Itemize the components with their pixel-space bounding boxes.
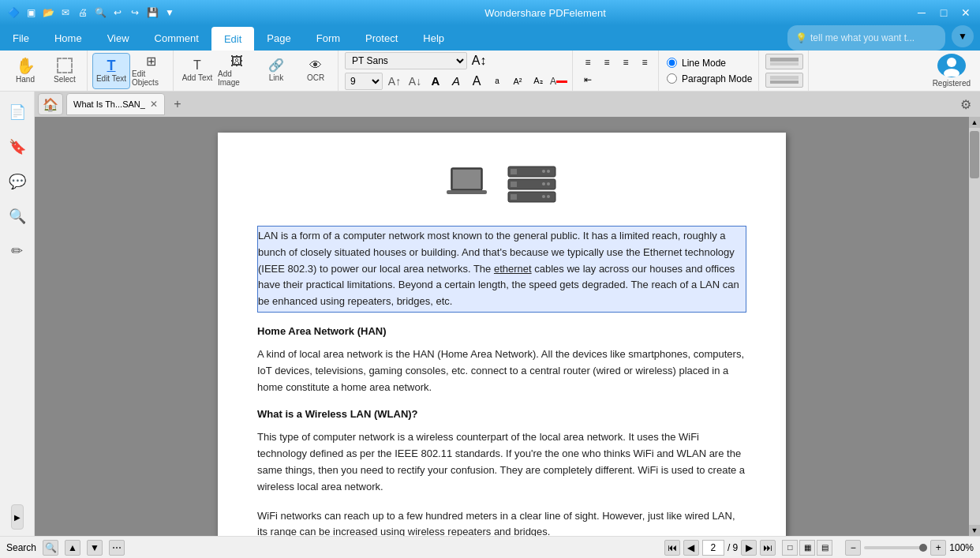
next-result-button[interactable]: ▼ [87,540,103,556]
maximize-button[interactable]: □ [936,5,952,21]
menu-icon-1[interactable]: ▣ [24,6,38,20]
sidebar-thumbnail-icon[interactable]: 📄 [3,98,32,126]
heading-3: What is a Wireless LAN (WLAN)? [257,408,746,420]
hand-tool-button[interactable]: ✋ Hand [6,53,44,89]
align-left-button[interactable]: ≡ [579,55,597,69]
prev-page-button[interactable]: ◀ [683,540,699,556]
select-tool-button[interactable]: Select [46,53,84,89]
email-icon[interactable]: ✉ [58,6,73,20]
paragraph-mode-row: Paragraph Mode [667,73,752,84]
bold-char-button[interactable]: A [427,73,444,90]
add-text-tool-button[interactable]: T Add Text [178,53,216,89]
link-tool-button[interactable]: 🔗 Link [257,53,295,89]
redo-icon[interactable]: ↪ [128,6,142,20]
add-tab-button[interactable]: + [168,95,187,114]
menu-help[interactable]: Help [410,25,457,51]
select-icon [57,58,73,73]
first-page-button[interactable]: ⏮ [664,540,680,556]
paragraph-2: A kind of local area network is the HAN … [257,346,746,395]
menu-home[interactable]: Home [42,25,95,51]
single-page-view-button[interactable]: □ [782,540,798,556]
zoom-slider[interactable] [864,546,927,549]
tab-close-button[interactable]: ✕ [150,99,158,110]
zoom-in-button[interactable]: + [930,540,946,556]
last-page-button[interactable]: ⏭ [760,540,776,556]
edit-text-tool-button[interactable]: T Edit Text [92,53,130,89]
more-search-button[interactable]: ⋯ [109,540,125,556]
align-row-bottom: ⇤ [579,73,653,87]
zoom-out-button[interactable]: − [845,540,861,556]
open-icon[interactable]: 📂 [41,6,55,20]
scroll-view-button[interactable]: ▤ [817,540,832,556]
menu-comment[interactable]: Comment [142,25,211,51]
subscript-button[interactable]: A₂ [529,73,547,90]
document-scroll[interactable]: LAN is a form of a computer network most… [35,117,969,536]
doc-scroll-container: LAN is a form of a computer network most… [35,117,980,536]
decrease-size-button[interactable]: A↓ [406,73,424,90]
superscript-button[interactable]: A² [509,73,526,90]
font-size-select[interactable]: 9 10 12 14 [345,73,383,90]
search-icon[interactable]: 🔍 [93,6,107,20]
indent-button[interactable]: ⇤ [579,73,597,87]
align-justify-button[interactable]: ≡ [636,55,653,69]
line-mode-label: Line Mode [682,58,726,69]
scroll-thumb[interactable] [970,131,979,178]
paragraph-1: LAN is a form of a computer network most… [257,226,746,313]
menu-view[interactable]: View [95,25,142,51]
menu-edit[interactable]: Edit [211,27,254,51]
save-icon[interactable]: 💾 [145,6,159,20]
search-status-button[interactable]: 🔍 [43,540,58,556]
sidebar-expand-button[interactable]: ▶ [11,504,24,530]
svg-rect-18 [511,194,517,200]
large-a-button[interactable]: A [468,73,485,90]
app-title: Wondershare PDFelement [177,7,914,19]
undo-icon[interactable]: ↩ [110,6,125,20]
sidebar-edit-icon[interactable]: ✏ [3,237,32,265]
tab-settings-button[interactable]: ⚙ [955,93,977,115]
document-page: LAN is a form of a computer network most… [218,133,786,536]
user-area: Registered [926,51,977,91]
svg-point-15 [542,182,545,185]
help-circle-icon[interactable]: ▼ [952,25,974,47]
sidebar-comment-icon[interactable]: 💬 [3,167,32,196]
minimize-button[interactable]: ─ [914,5,930,21]
edit-objects-tool-button[interactable]: ⊞ Edit Objects [132,53,170,89]
close-button[interactable]: ✕ [958,5,974,21]
menu-protect[interactable]: Protect [353,25,410,51]
edit-text-icon: T [107,58,116,73]
font-family-select[interactable]: PT Sans Arial Times New Roman [345,52,467,69]
align-right-button[interactable]: ≡ [617,55,634,69]
more-icon[interactable]: ▼ [163,6,177,20]
scroll-down-button[interactable]: ▼ [969,525,980,536]
document-tab[interactable]: What Is Th...SAN_ ✕ [66,93,165,115]
layout-bottom-button[interactable] [765,73,803,88]
text-direction-button[interactable]: A↕ [470,52,488,69]
add-image-tool-button[interactable]: 🖼 Add Image [218,53,256,89]
edit-objects-icon: ⊞ [146,55,156,68]
ocr-tool-button[interactable]: 👁 OCR [297,53,335,89]
double-page-view-button[interactable]: ▦ [799,540,815,556]
align-center-button[interactable]: ≡ [598,55,615,69]
home-tab-button[interactable]: 🏠 [38,93,63,115]
sidebar-search-icon[interactable]: 🔍 [3,202,32,230]
search-bar[interactable]: 💡 tell me what you want t... [787,25,945,51]
font-controls: PT Sans Arial Times New Roman A↕ 9 10 12… [340,51,573,91]
italic-char-button[interactable]: A [447,73,465,90]
print-icon[interactable]: 🖨 [76,6,90,20]
scroll-up-button[interactable]: ▲ [969,117,980,128]
menu-page[interactable]: Page [254,25,303,51]
menu-file[interactable]: File [0,25,42,51]
next-page-button[interactable]: ▶ [741,540,757,556]
zoom-percent-label: 100% [949,542,974,553]
paragraph-mode-radio[interactable] [667,73,677,84]
color-button[interactable]: A [550,73,567,90]
current-page-number[interactable]: 2 [702,540,724,556]
small-a-button[interactable]: a [488,73,506,90]
line-mode-radio[interactable] [667,58,677,68]
layout-top-button[interactable] [765,54,803,69]
increase-size-button[interactable]: A↑ [386,73,403,90]
status-bar: Search 🔍 ▲ ▼ ⋯ ⏮ ◀ 2 / 9 ▶ ⏭ □ ▦ ▤ − + 1… [0,536,980,558]
menu-form[interactable]: Form [304,25,353,51]
sidebar-bookmark-icon[interactable]: 🔖 [3,133,32,161]
prev-result-button[interactable]: ▲ [65,540,80,556]
